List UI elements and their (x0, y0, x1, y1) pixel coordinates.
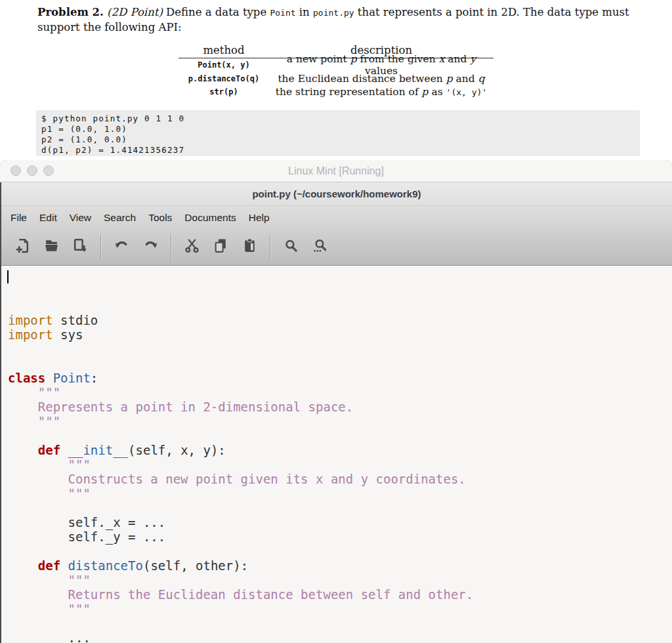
code-line (8, 428, 672, 443)
text-segment: and (453, 73, 478, 85)
api-table-row: p.distanceTo(q)the Euclidean distance be… (178, 72, 494, 86)
api-table-header-method: method (178, 44, 269, 56)
open-document-icon (43, 238, 60, 257)
vm-titlebar[interactable]: Linux Mint [Running] (0, 160, 672, 182)
menu-tools[interactable]: Tools (148, 212, 172, 224)
code-token: __init__ (68, 443, 129, 457)
code-line: """ (8, 457, 672, 472)
find-button[interactable] (276, 233, 305, 262)
paste-button[interactable] (235, 233, 264, 262)
menu-help[interactable]: Help (249, 212, 270, 224)
code-token: : (91, 371, 98, 385)
find-replace-button[interactable] (305, 233, 334, 262)
text-segment: Problem 2. (37, 6, 104, 18)
vm-window-title: Linux Mint [Running] (288, 165, 384, 177)
find-replace-icon (312, 238, 328, 257)
problem-paragraph: Problem 2. (2D Point) Define a data type… (37, 5, 641, 34)
close-button[interactable] (10, 165, 21, 176)
code-line: def __init__(self, x, y): (8, 443, 672, 457)
text-segment: the string representation of (276, 86, 422, 98)
editor-window: point.py (~/coursework/homework9) FileEd… (0, 182, 672, 643)
code-line: """ (8, 602, 672, 616)
code-line: """ (8, 385, 672, 400)
text-segment: p (350, 53, 357, 65)
menu-file[interactable]: File (10, 212, 27, 224)
text-segment: the Euclidean distance between (278, 73, 446, 85)
code-line: self._y = ... (8, 529, 672, 544)
save-document-button[interactable] (66, 233, 94, 262)
code-token: self._x = ... (68, 515, 166, 529)
code-token (60, 443, 68, 457)
code-line: """ (8, 486, 672, 501)
code-line: Represents a point in 2-dimensional spac… (8, 400, 672, 414)
find-icon (283, 238, 299, 257)
api-method-cell: str(p) (178, 87, 269, 96)
code-token (45, 371, 52, 385)
terminal-line: p2 = (1.0, 0.0) (41, 135, 640, 145)
menu-search[interactable]: Search (104, 212, 136, 224)
api-method-cell: p.distanceTo(q) (178, 74, 269, 83)
code-token: """ (68, 573, 91, 587)
code-token: (self, other): (143, 558, 248, 573)
text-segment: Point (270, 8, 295, 18)
code-editor[interactable]: import stdioimport sysclass Point: """ R… (1, 266, 672, 643)
code-token: """ (38, 385, 60, 400)
editor-title[interactable]: point.py (~/coursework/homework9) (1, 182, 672, 206)
zoom-button[interactable] (43, 165, 54, 176)
code-token: """ (68, 602, 91, 616)
code-token: (self, x, y): (128, 443, 226, 457)
vm-window: Linux Mint [Running] point.py (~/coursew… (0, 160, 672, 643)
new-document-button[interactable] (8, 233, 37, 262)
api-table-body: Point(x, y)a new point p from the given … (178, 58, 494, 99)
code-line: ... (8, 631, 672, 643)
terminal-output: $ python point.py 0 1 1 0p1 = (0.0, 1.0)… (36, 110, 640, 156)
menu-view[interactable]: View (70, 212, 91, 224)
cut-button[interactable] (177, 233, 206, 262)
code-token: """ (68, 486, 91, 501)
menu-edit[interactable]: Edit (39, 212, 57, 224)
code-token: stdio (53, 313, 98, 327)
code-token: Returns the Euclidean distance between s… (68, 587, 474, 602)
code-token: Constructs a new point given its x and y… (68, 472, 466, 486)
toolbar-separator (171, 234, 171, 260)
text-segment: as (429, 86, 446, 98)
redo-icon (142, 238, 159, 257)
code-token: import (8, 327, 53, 342)
text-cursor (7, 270, 9, 283)
code-line: self._x = ... (8, 515, 672, 529)
copy-icon (213, 238, 229, 257)
code-line (8, 544, 672, 558)
text-segment: q (478, 73, 485, 85)
toolbar (1, 229, 672, 265)
code-token: Point (53, 371, 91, 385)
minimize-button[interactable] (27, 165, 37, 176)
menu-documents[interactable]: Documents (184, 212, 236, 224)
code-line (8, 356, 672, 371)
open-document-button[interactable] (37, 233, 66, 262)
code-token (60, 558, 68, 573)
code-line (8, 501, 672, 515)
code-line (8, 616, 672, 631)
undo-button[interactable] (107, 233, 136, 262)
new-document-icon (14, 238, 31, 257)
text-segment: from the given (357, 53, 439, 65)
api-method-cell: Point(x, y) (178, 60, 269, 70)
api-table: method description Point(x, y)a new poin… (178, 43, 494, 99)
toolbar-separator (100, 234, 101, 260)
text-segment: point.py (313, 8, 354, 18)
problem-document: Problem 2. (2D Point) Define a data type… (0, 5, 672, 156)
code-token: import (8, 313, 53, 327)
redo-button[interactable] (136, 233, 165, 262)
toolbar-separator (270, 234, 270, 260)
code-token: class (8, 371, 45, 385)
code-line: def distanceTo(self, other): (8, 558, 672, 573)
terminal-line: $ python point.py 0 1 1 0 (41, 114, 640, 124)
window-controls (10, 165, 54, 176)
code-token: """ (68, 457, 91, 472)
text-segment: in (296, 6, 313, 18)
code-token: def (38, 443, 60, 457)
copy-button[interactable] (206, 233, 235, 262)
code-line: import sys (8, 327, 672, 342)
api-table-row: Point(x, y)a new point p from the given … (178, 58, 494, 72)
code-line: """ (8, 414, 672, 428)
